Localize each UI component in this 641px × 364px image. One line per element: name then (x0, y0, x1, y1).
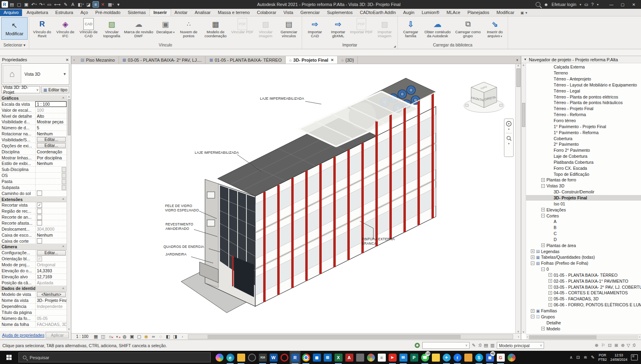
pen-icon[interactable]: ✎ (591, 355, 595, 360)
ribbon-tab[interactable]: Gerenciar (297, 9, 323, 16)
qat-icon[interactable]: ≡ (93, 1, 99, 8)
property-value[interactable]: 05-05 (35, 316, 67, 321)
taskbar-app-button[interactable] (236, 351, 246, 364)
taskbar-app-button[interactable]: P (409, 351, 419, 364)
taskbar-app-button[interactable] (279, 351, 290, 364)
selection-toggle-icon[interactable]: ⊡ (608, 343, 612, 348)
ribbon-tab[interactable]: Colaborar (253, 9, 280, 16)
taskbar-app-button[interactable]: G (495, 351, 506, 364)
tree-item[interactable]: Terreno (526, 70, 641, 76)
tree-item[interactable]: Cobertura (526, 135, 641, 141)
taskbar-search-input[interactable]: Pesquisar (18, 352, 211, 362)
qat-icon[interactable]: ✕ (100, 1, 106, 8)
import-panel-label[interactable]: Importar◢ (303, 43, 396, 49)
property-value[interactable]: Ortogonal (35, 262, 67, 267)
maximize-button[interactable]: ▢ (617, 2, 628, 7)
selection-toggle-icon[interactable]: ⚐ (601, 343, 605, 348)
property-value[interactable]: Editar... (35, 250, 67, 255)
selection-toggle-icon[interactable]: ⊕ (595, 343, 598, 348)
tree-expander-icon[interactable] (531, 315, 534, 318)
app-store-icon[interactable]: ⛀ (585, 2, 588, 7)
property-value[interactable]: Por disciplina (35, 155, 67, 161)
property-value[interactable] (35, 179, 67, 184)
ribbon-button[interactable]: ▤Gerenciar vínculos (277, 17, 300, 43)
apply-button[interactable]: Aplicar (46, 332, 69, 338)
view-control-icon[interactable]: ▦ (93, 334, 99, 339)
tree-item[interactable]: Topo de Edificação (526, 171, 641, 177)
sign-in-caret-icon[interactable]: ▾ (580, 3, 581, 6)
tree-expander-icon[interactable] (548, 303, 552, 307)
view-tab[interactable]: ▦ 01-05 - PLANTA BAIXA- TÉRREO ✕ (206, 56, 286, 64)
tree-item[interactable]: 0 (526, 266, 641, 272)
hscroll-right-icon[interactable]: › (516, 335, 521, 339)
taskbar-app-button[interactable]: W (268, 351, 279, 364)
language-indicator[interactable]: PORPTB2 (598, 353, 607, 361)
tree-item[interactable]: 01-05 - PLANTA BAIXA- TÉRREO (526, 272, 641, 278)
tree-expander-icon[interactable] (531, 309, 534, 313)
ribbon-button[interactable]: ▧Vincular imagem (254, 17, 277, 43)
steering-wheel-icon[interactable] (506, 121, 512, 127)
view-control-icon[interactable]: ▣ (129, 334, 135, 339)
qat-icon[interactable]: A (70, 1, 76, 8)
3d-model-view[interactable] (71, 64, 515, 333)
tree-item[interactable]: Forro térreo (526, 118, 641, 124)
ribbon-button[interactable]: ▣Decalque (154, 17, 177, 43)
property-value[interactable]: Nenhum (35, 131, 67, 137)
tree-expander-icon[interactable] (541, 178, 545, 182)
property-value[interactable] (35, 167, 67, 172)
tree-item[interactable]: Platibanda Cobertura (526, 159, 641, 165)
property-value[interactable] (35, 173, 67, 178)
view-control-icon[interactable]: ☼ (107, 334, 113, 339)
tree-item[interactable]: Térreo - Planta de pontos elétricos (526, 94, 641, 100)
tab-options-caret-icon[interactable]: ▾ (525, 11, 527, 15)
zoom-caret-icon[interactable]: ▾ (508, 142, 510, 145)
tree-item[interactable]: Modelo (526, 326, 641, 332)
ribbon-tab[interactable]: CADtoEarth AddIn (356, 9, 399, 16)
tree-expander-icon[interactable] (531, 261, 534, 265)
taskbar-app-button[interactable]: S (474, 351, 484, 364)
taskbar-app-button[interactable] (506, 351, 517, 364)
taskbar-app-button[interactable]: ✈ (441, 351, 452, 364)
property-value[interactable] (35, 191, 67, 196)
clock[interactable]: 12:5324/08/2024 (610, 353, 627, 361)
tree-expander-icon[interactable] (548, 297, 552, 301)
tree-item[interactable]: 3D- Construir/Demolir (526, 189, 641, 195)
tree-item[interactable]: Folhas (Prefixo de Folha) (526, 260, 641, 266)
ribbon-button[interactable]: RVínculo do Revit (30, 17, 54, 43)
property-value[interactable]: 100 (35, 107, 67, 113)
taskbar-app-button[interactable]: ☎ 13 (419, 351, 430, 364)
tree-expander-icon[interactable] (531, 255, 534, 259)
ribbon-tab[interactable]: Pré-moldado (92, 9, 124, 16)
tab-scroll-left-icon[interactable]: ‹ (71, 56, 77, 64)
canvas-vertical-scrollbar[interactable]: ∧∨ (515, 64, 521, 333)
view-control-icon[interactable]: ◌ (158, 334, 164, 339)
property-value[interactable]: 304,8000 (35, 226, 67, 232)
load-library-panel-label[interactable]: Carregar da biblioteca (399, 43, 506, 49)
view-control-icon[interactable]: ◫ (100, 334, 106, 339)
taskbar-app-button[interactable]: ⊞ (322, 351, 333, 364)
taskbar-app-button[interactable] (365, 351, 376, 364)
selection-toggle-icon[interactable]: ⊞ (615, 343, 618, 348)
sign-in-label[interactable]: Efetuar login (552, 2, 576, 7)
taskbar-app-button[interactable]: ✉ (398, 351, 409, 364)
ribbon-button[interactable]: ◈Vínculo de IFC (54, 17, 77, 43)
tree-item[interactable]: Plantas de forro (526, 177, 641, 183)
zoom-icon[interactable] (506, 135, 512, 141)
property-value[interactable]: 3D- Projeto Final (35, 298, 67, 303)
tree-item[interactable]: 05-05 - FACHADAS, 3D (526, 296, 641, 302)
taskbar-app-button[interactable] (214, 351, 225, 364)
qat-icon[interactable]: ↷▾ (38, 1, 46, 8)
qat-icon[interactable]: ↶▾ (30, 1, 38, 8)
tree-item[interactable]: Calçada Externa (526, 64, 641, 70)
view-control-icon[interactable]: ◨ (172, 334, 178, 339)
tree-item[interactable]: Térreo - Reforma (526, 112, 641, 118)
ribbon-button[interactable]: ▨Vincular topografia (100, 17, 123, 43)
qat-icon[interactable]: ◧▾ (77, 1, 85, 8)
ribbon-tab[interactable]: Inserir (149, 9, 171, 16)
property-value[interactable]: FACHADAS, 3D (35, 322, 67, 327)
ribbon-tab[interactable]: MLAce (443, 9, 464, 16)
canvas-horizontal-scrollbar[interactable] (188, 334, 513, 339)
ribbon-button[interactable]: ⇨Importar gbXML (327, 17, 350, 43)
qat-icon[interactable]: ⟷ (53, 1, 62, 8)
tree-expander-icon[interactable] (548, 279, 552, 283)
